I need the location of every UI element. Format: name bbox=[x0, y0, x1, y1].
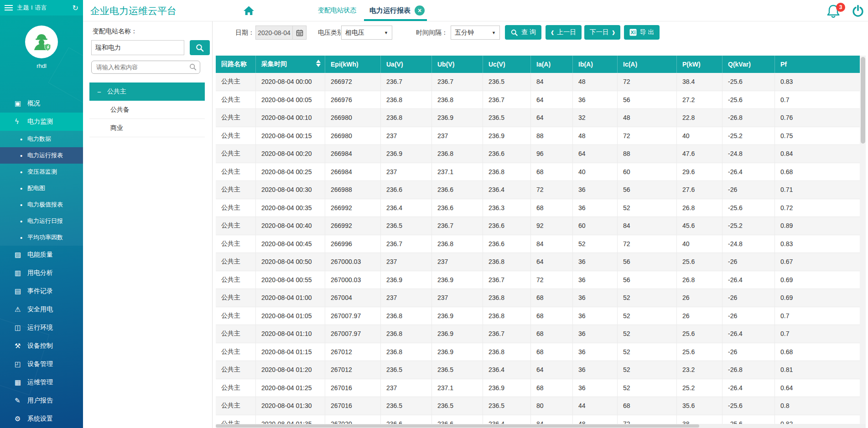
sidebar-item-ops-management[interactable]: ▦运维管理 bbox=[0, 373, 83, 392]
cell-uc: 236.4 bbox=[483, 415, 531, 424]
sidebar-item-device-management[interactable]: ◰设备管理 bbox=[0, 355, 83, 373]
cell-ub: 237 bbox=[432, 289, 483, 307]
cell-pf: 0.83 bbox=[775, 73, 860, 91]
previous-day-button[interactable]: ‹ 上一日 bbox=[546, 25, 582, 40]
cell-epi: 266992 bbox=[325, 199, 381, 217]
sidebar-item-label: 平均功率因数 bbox=[27, 233, 63, 242]
cell-ic: 56 bbox=[618, 181, 677, 199]
cell-ub: 236.9 bbox=[432, 307, 483, 325]
cell-pf: 0.83 bbox=[775, 235, 860, 253]
cell-ic: 52 bbox=[618, 343, 677, 361]
cell-circuit-name: 公共主 bbox=[216, 307, 256, 325]
hamburger-menu-icon[interactable] bbox=[5, 4, 13, 12]
bar-chart-icon: ▥ bbox=[15, 269, 27, 277]
theme-language-toggle[interactable]: 主题 I 语言 bbox=[17, 4, 68, 12]
close-tab-icon[interactable]: × bbox=[415, 5, 425, 15]
horizontal-scrollbar-thumb[interactable] bbox=[216, 424, 699, 428]
cell-ia: 84 bbox=[531, 415, 573, 424]
cell-ub: 236.6 bbox=[432, 181, 483, 199]
next-day-button[interactable]: 下一日 › bbox=[584, 25, 620, 40]
column-header-ua: Ua(V) bbox=[381, 56, 432, 73]
tree-item-public-main[interactable]: −公共主 bbox=[89, 83, 205, 101]
sidebar-item-safe-power[interactable]: ⚠安全用电 bbox=[0, 300, 83, 319]
sidebar-item-distribution-diagram[interactable]: •配电图 bbox=[0, 180, 83, 196]
cell-p: 40 bbox=[677, 127, 722, 145]
cell-ia: 68 bbox=[531, 343, 573, 361]
cell-uc: 236.8 bbox=[483, 289, 531, 307]
horizontal-scrollbar[interactable] bbox=[216, 424, 866, 428]
tree-item-public-backup[interactable]: 公共备 bbox=[89, 101, 205, 119]
voltage-type-select[interactable]: 相电压 ▼ bbox=[341, 26, 392, 40]
sidebar-item-power-extreme-report[interactable]: •电力极值报表 bbox=[0, 196, 83, 213]
cell-q: -25.6 bbox=[722, 73, 775, 91]
cell-p: 25.6 bbox=[677, 253, 722, 271]
sidebar-item-operating-environment[interactable]: ◫运行环境 bbox=[0, 319, 83, 337]
excel-icon: X bbox=[629, 29, 637, 36]
date-picker[interactable]: 2020-08-04 bbox=[255, 26, 307, 40]
column-header-label: 回路名称 bbox=[221, 60, 247, 68]
cell-circuit-name: 公共主 bbox=[216, 127, 256, 145]
sidebar-item-power-monitoring[interactable]: ϟ电力监测 bbox=[0, 113, 83, 131]
tab-power-report[interactable]: 电力运行报表 × bbox=[369, 5, 425, 15]
sidebar-item-power-data[interactable]: •电力数据 bbox=[0, 131, 83, 147]
sidebar-item-label: 概况 bbox=[27, 99, 40, 108]
collapse-icon[interactable]: − bbox=[97, 88, 107, 96]
refresh-icon[interactable]: ↻ bbox=[73, 4, 78, 12]
cell-circuit-name: 公共主 bbox=[216, 109, 256, 127]
sidebar-item-user-report[interactable]: ✎用户报告 bbox=[0, 392, 83, 410]
sidebar-item-transformer-monitoring[interactable]: •变压器监测 bbox=[0, 164, 83, 180]
query-button[interactable]: 查 询 bbox=[505, 25, 541, 40]
logout-power-button[interactable] bbox=[852, 5, 864, 19]
cell-ub: 236.7 bbox=[432, 73, 483, 91]
cell-collect-time: 2020-08-04 00:50 bbox=[256, 253, 325, 271]
tree-filter-input[interactable] bbox=[91, 61, 200, 74]
sidebar-item-avg-power-factor[interactable]: •平均功率因数 bbox=[0, 229, 83, 246]
home-icon[interactable] bbox=[243, 5, 255, 18]
interval-select[interactable]: 五分钟 ▼ bbox=[451, 26, 500, 40]
sidebar-item-device-control[interactable]: ⚒设备控制 bbox=[0, 337, 83, 355]
notifications-button[interactable]: 3 bbox=[825, 3, 842, 21]
sidebar-item-event-records[interactable]: ▤事件记录 bbox=[0, 282, 83, 300]
cell-ib: 36 bbox=[573, 181, 618, 199]
voltage-type-value: 相电压 bbox=[345, 29, 364, 37]
cell-circuit-name: 公共主 bbox=[216, 73, 256, 91]
sidebar-item-power-quality[interactable]: ▨电能质量 bbox=[0, 246, 83, 264]
sidebar-item-power-operation-report[interactable]: •电力运行报表 bbox=[0, 147, 83, 164]
cell-epi: 266972 bbox=[325, 73, 381, 91]
bullet-icon: • bbox=[20, 152, 27, 160]
sort-icon[interactable] bbox=[316, 60, 321, 67]
sidebar-item-overview[interactable]: ▣概况 bbox=[0, 94, 83, 113]
cell-circuit-name: 公共主 bbox=[216, 325, 256, 343]
cell-ib: 48 bbox=[573, 73, 618, 91]
station-search-button[interactable] bbox=[190, 40, 210, 55]
archive-icon: ▦ bbox=[15, 378, 27, 387]
calendar-icon[interactable] bbox=[292, 26, 306, 39]
vertical-scrollbar[interactable] bbox=[860, 56, 866, 424]
cell-q: -25.6 bbox=[722, 397, 775, 415]
table-header-row: 回路名称采集时间Epi(kWh)Ua(V)Ub(V)Uc(V)Ia(A)Ib(A… bbox=[216, 56, 860, 73]
bullet-icon: • bbox=[20, 185, 27, 192]
vertical-scrollbar-thumb[interactable] bbox=[861, 57, 865, 144]
cell-collect-time: 2020-08-04 00:30 bbox=[256, 181, 325, 199]
chevron-down-icon: ▼ bbox=[492, 31, 496, 35]
cell-ia: 64 bbox=[531, 109, 573, 127]
filter-search-icon[interactable] bbox=[189, 63, 197, 73]
sidebar-item-system-settings[interactable]: ⚙系统设置 bbox=[0, 410, 83, 428]
search-icon bbox=[510, 29, 518, 36]
sidebar-item-power-daily-report[interactable]: •电力运行日报 bbox=[0, 213, 83, 229]
sidebar-item-label: 系统设置 bbox=[27, 415, 53, 423]
cell-ua: 236.7 bbox=[381, 235, 432, 253]
column-header-collect-time[interactable]: 采集时间 bbox=[256, 56, 325, 73]
export-button[interactable]: X 导 出 bbox=[624, 25, 660, 40]
tree-item-commercial[interactable]: 商业 bbox=[89, 119, 205, 137]
cell-collect-time: 2020-08-04 00:15 bbox=[256, 127, 325, 145]
chevron-left-icon: ‹ bbox=[551, 26, 554, 38]
station-name-input[interactable] bbox=[91, 40, 184, 55]
cell-ic: 48 bbox=[618, 109, 677, 127]
tab-substation-status[interactable]: 变配电站状态 bbox=[318, 6, 356, 15]
cell-ub: 236.9 bbox=[432, 271, 483, 289]
sidebar-item-power-analysis[interactable]: ▥用电分析 bbox=[0, 264, 83, 282]
cell-circuit-name: 公共主 bbox=[216, 235, 256, 253]
cell-p: 25.6 bbox=[677, 343, 722, 361]
cell-ua: 236.4 bbox=[381, 199, 432, 217]
